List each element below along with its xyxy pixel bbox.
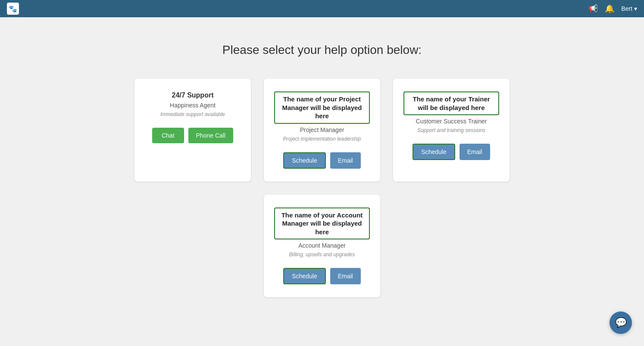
chat-bubble-button[interactable]: 💬	[610, 311, 632, 334]
card-desc-support: Immediate support available	[160, 111, 225, 117]
schedule-button-pm[interactable]: Schedule	[283, 152, 325, 169]
card-desc-trainer: Support and training sessions	[417, 127, 485, 133]
cards-row-2: The name of your Account Manager will be…	[264, 195, 380, 298]
email-button-pm[interactable]: Email	[330, 152, 361, 169]
main-content: Please select your help option below: 24…	[0, 17, 644, 327]
schedule-button-am[interactable]: Schedule	[283, 268, 325, 284]
chat-bubble-icon: 💬	[615, 317, 627, 328]
user-menu[interactable]: Bert ▾	[621, 5, 637, 12]
card-role-support: Happiness Agent	[170, 102, 216, 109]
card-buttons-account-manager: Schedule Email	[283, 268, 360, 284]
card-desc-account-manager: Billing, upsells and upgrades	[289, 252, 355, 258]
card-account-manager: The name of your Account Manager will be…	[264, 195, 380, 298]
card-buttons-trainer: Schedule Email	[413, 144, 490, 160]
card-desc-project-manager: Project implementation leadership	[283, 136, 361, 142]
username-label: Bert	[621, 5, 632, 12]
app-logo[interactable]: 🐾	[7, 3, 19, 15]
megaphone-icon[interactable]: 📢	[588, 4, 598, 13]
card-support-247: 24/7 Support Happiness Agent Immediate s…	[134, 79, 251, 182]
card-buttons-support: Chat Phone Call	[152, 128, 233, 143]
card-name-project-manager: The name of your Project Manager will be…	[274, 91, 370, 124]
schedule-button-trainer[interactable]: Schedule	[413, 144, 455, 160]
chat-button[interactable]: Chat	[152, 128, 184, 143]
card-role-trainer: Customer Success Trainer	[416, 118, 487, 125]
page-title: Please select your help option below:	[222, 43, 422, 57]
card-role-account-manager: Account Manager	[298, 242, 346, 249]
card-role-project-manager: Project Manager	[300, 126, 344, 133]
email-button-trainer[interactable]: Email	[460, 144, 490, 160]
email-button-am[interactable]: Email	[330, 268, 361, 284]
card-name-account-manager: The name of your Account Manager will be…	[274, 208, 370, 240]
card-trainer: The name of your Trainer will be display…	[393, 79, 510, 182]
phone-call-button[interactable]: Phone Call	[188, 128, 234, 143]
card-name-trainer: The name of your Trainer will be display…	[403, 91, 499, 115]
card-buttons-project-manager: Schedule Email	[283, 152, 360, 169]
cards-row-1: 24/7 Support Happiness Agent Immediate s…	[134, 79, 510, 182]
navbar-right: 📢 🔔 Bert ▾	[588, 4, 637, 13]
card-project-manager: The name of your Project Manager will be…	[264, 79, 380, 182]
chevron-down-icon: ▾	[634, 5, 637, 12]
card-name-support: 24/7 Support	[172, 91, 214, 99]
bell-icon[interactable]: 🔔	[605, 4, 614, 13]
navbar: 🐾 📢 🔔 Bert ▾	[0, 0, 644, 17]
